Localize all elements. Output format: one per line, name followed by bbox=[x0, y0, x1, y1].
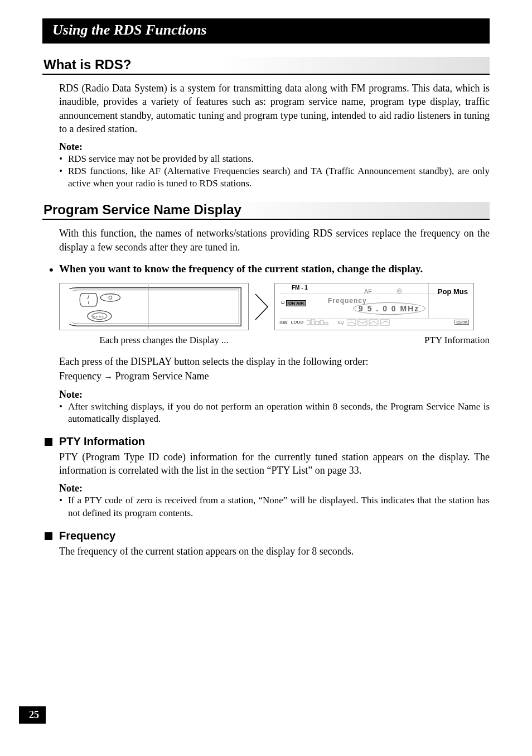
svg-rect-10 bbox=[311, 319, 315, 325]
display-loud: LOUD bbox=[291, 320, 304, 325]
note-label: Note: bbox=[59, 141, 490, 153]
note-item: RDS functions, like AF (Alternative Freq… bbox=[59, 165, 490, 190]
display-sw: SW bbox=[279, 320, 288, 325]
svg-text:SOURCE: SOURCE bbox=[93, 315, 104, 317]
display-af: AF bbox=[364, 288, 372, 295]
display-onair: ON AIR bbox=[286, 300, 306, 306]
pty-paragraph: PTY (Program Type ID code) information f… bbox=[59, 450, 490, 478]
svg-rect-11 bbox=[316, 321, 319, 325]
figure-row: + SOURCE FM - 1 AF ◎ Pop Mus ☺ ON AIR Fr… bbox=[59, 283, 490, 330]
section2-paragraph: With this function, the names of network… bbox=[59, 227, 490, 254]
section-heading-program-service: Program Service Name Display bbox=[42, 202, 490, 220]
eq-curves-icon bbox=[347, 319, 391, 326]
note-item: If a PTY code of zero is received from a… bbox=[59, 494, 490, 519]
note-item: RDS service may not be provided by all s… bbox=[59, 153, 490, 165]
display-freq-label: Frequency bbox=[328, 297, 367, 305]
caption-left: Each press changes the Display ... bbox=[59, 335, 269, 346]
display-freq-value: 9 5 . 0 0 MHz bbox=[359, 304, 419, 313]
subheading-frequency: Frequency bbox=[45, 529, 490, 542]
order-sequence: Frequency → Program Service Name bbox=[59, 369, 490, 383]
pty-notes: If a PTY code of zero is received from a… bbox=[59, 494, 490, 519]
arrow-icon bbox=[254, 293, 269, 321]
svg-text:+: + bbox=[86, 297, 89, 300]
display-pty: Pop Mus bbox=[438, 287, 468, 296]
note-label: Note: bbox=[59, 389, 490, 401]
section2-notes: After switching displays, if you do not … bbox=[59, 401, 490, 425]
arrow-right-icon: → bbox=[104, 372, 115, 382]
svg-rect-14 bbox=[347, 320, 356, 325]
chapter-title: Using the RDS Functions bbox=[42, 18, 490, 44]
equalizer-icon bbox=[307, 319, 335, 326]
note-label: Note: bbox=[59, 483, 490, 494]
disc-icon: ◎ bbox=[396, 287, 402, 295]
display-fm: FM - 1 bbox=[292, 285, 308, 291]
order-a: Frequency bbox=[59, 370, 101, 382]
section1-notes: RDS service may not be provided by all s… bbox=[59, 153, 490, 190]
order-b: Program Service Name bbox=[115, 370, 209, 382]
section-heading-what-is-rds: What is RDS? bbox=[42, 57, 490, 75]
caption-right: PTY Information bbox=[269, 335, 490, 346]
radio-display-illustration: FM - 1 AF ◎ Pop Mus ☺ ON AIR Frequency 9… bbox=[274, 283, 474, 330]
note-item: After switching displays, if you do not … bbox=[59, 401, 490, 425]
section1-paragraph: RDS (Radio Data System) is a system for … bbox=[59, 81, 490, 136]
svg-rect-12 bbox=[320, 320, 323, 325]
subheading-pty: PTY Information bbox=[45, 435, 490, 448]
figure-captions: Each press changes the Display ... PTY I… bbox=[59, 335, 490, 346]
order-intro: Each press of the DISPLAY button selects… bbox=[59, 355, 490, 368]
svg-point-3 bbox=[100, 293, 120, 301]
section2-bullet: When you want to know the frequency of t… bbox=[49, 262, 490, 276]
svg-point-4 bbox=[109, 296, 112, 299]
svg-rect-15 bbox=[358, 320, 367, 325]
page-number: 25 bbox=[19, 706, 46, 724]
radio-left-illustration: + SOURCE bbox=[59, 283, 249, 330]
svg-rect-9 bbox=[307, 320, 310, 325]
svg-rect-13 bbox=[325, 322, 328, 325]
svg-rect-16 bbox=[369, 320, 378, 325]
display-eq: EQ bbox=[338, 320, 344, 324]
frequency-paragraph: The frequency of the current station app… bbox=[59, 545, 490, 558]
display-cstm: CSTM bbox=[454, 320, 469, 325]
person-icon: ☺ bbox=[280, 299, 286, 305]
